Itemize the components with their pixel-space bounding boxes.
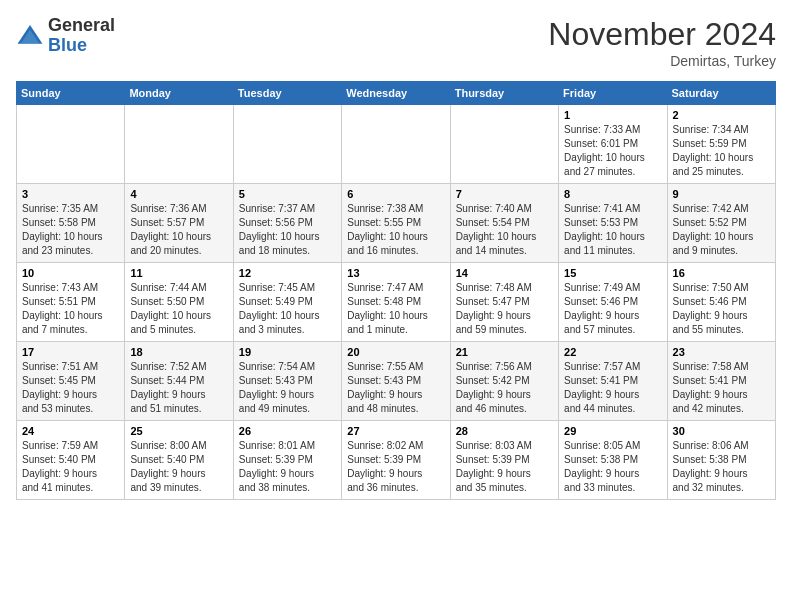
- day-number: 19: [239, 346, 336, 358]
- day-number: 16: [673, 267, 770, 279]
- calendar-cell: [233, 105, 341, 184]
- calendar-cell: 7Sunrise: 7:40 AM Sunset: 5:54 PM Daylig…: [450, 184, 558, 263]
- calendar-cell: [125, 105, 233, 184]
- calendar-cell: 23Sunrise: 7:58 AM Sunset: 5:41 PM Dayli…: [667, 342, 775, 421]
- calendar-cell: 8Sunrise: 7:41 AM Sunset: 5:53 PM Daylig…: [559, 184, 667, 263]
- day-info: Sunrise: 7:51 AM Sunset: 5:45 PM Dayligh…: [22, 360, 119, 416]
- day-info: Sunrise: 7:34 AM Sunset: 5:59 PM Dayligh…: [673, 123, 770, 179]
- day-info: Sunrise: 7:40 AM Sunset: 5:54 PM Dayligh…: [456, 202, 553, 258]
- calendar-cell: 25Sunrise: 8:00 AM Sunset: 5:40 PM Dayli…: [125, 421, 233, 500]
- day-number: 26: [239, 425, 336, 437]
- day-info: Sunrise: 7:36 AM Sunset: 5:57 PM Dayligh…: [130, 202, 227, 258]
- weekday-header-row: SundayMondayTuesdayWednesdayThursdayFrid…: [17, 82, 776, 105]
- day-number: 24: [22, 425, 119, 437]
- calendar-cell: 14Sunrise: 7:48 AM Sunset: 5:47 PM Dayli…: [450, 263, 558, 342]
- day-number: 28: [456, 425, 553, 437]
- calendar-cell: [17, 105, 125, 184]
- day-number: 10: [22, 267, 119, 279]
- logo: General Blue: [16, 16, 115, 56]
- day-info: Sunrise: 7:58 AM Sunset: 5:41 PM Dayligh…: [673, 360, 770, 416]
- day-number: 29: [564, 425, 661, 437]
- day-number: 4: [130, 188, 227, 200]
- weekday-header-wednesday: Wednesday: [342, 82, 450, 105]
- calendar-cell: [342, 105, 450, 184]
- calendar-week-4: 17Sunrise: 7:51 AM Sunset: 5:45 PM Dayli…: [17, 342, 776, 421]
- calendar-cell: 28Sunrise: 8:03 AM Sunset: 5:39 PM Dayli…: [450, 421, 558, 500]
- calendar-cell: 10Sunrise: 7:43 AM Sunset: 5:51 PM Dayli…: [17, 263, 125, 342]
- calendar-cell: 16Sunrise: 7:50 AM Sunset: 5:46 PM Dayli…: [667, 263, 775, 342]
- calendar-cell: [450, 105, 558, 184]
- weekday-header-monday: Monday: [125, 82, 233, 105]
- calendar-table: SundayMondayTuesdayWednesdayThursdayFrid…: [16, 81, 776, 500]
- calendar-week-1: 1Sunrise: 7:33 AM Sunset: 6:01 PM Daylig…: [17, 105, 776, 184]
- day-info: Sunrise: 7:38 AM Sunset: 5:55 PM Dayligh…: [347, 202, 444, 258]
- day-number: 27: [347, 425, 444, 437]
- day-info: Sunrise: 7:57 AM Sunset: 5:41 PM Dayligh…: [564, 360, 661, 416]
- calendar-cell: 29Sunrise: 8:05 AM Sunset: 5:38 PM Dayli…: [559, 421, 667, 500]
- day-number: 18: [130, 346, 227, 358]
- day-info: Sunrise: 7:56 AM Sunset: 5:42 PM Dayligh…: [456, 360, 553, 416]
- day-number: 15: [564, 267, 661, 279]
- calendar-cell: 30Sunrise: 8:06 AM Sunset: 5:38 PM Dayli…: [667, 421, 775, 500]
- calendar-cell: 22Sunrise: 7:57 AM Sunset: 5:41 PM Dayli…: [559, 342, 667, 421]
- day-number: 14: [456, 267, 553, 279]
- day-info: Sunrise: 7:48 AM Sunset: 5:47 PM Dayligh…: [456, 281, 553, 337]
- month-title: November 2024: [548, 16, 776, 53]
- calendar-week-3: 10Sunrise: 7:43 AM Sunset: 5:51 PM Dayli…: [17, 263, 776, 342]
- day-info: Sunrise: 8:05 AM Sunset: 5:38 PM Dayligh…: [564, 439, 661, 495]
- calendar-cell: 5Sunrise: 7:37 AM Sunset: 5:56 PM Daylig…: [233, 184, 341, 263]
- calendar-cell: 6Sunrise: 7:38 AM Sunset: 5:55 PM Daylig…: [342, 184, 450, 263]
- calendar-cell: 15Sunrise: 7:49 AM Sunset: 5:46 PM Dayli…: [559, 263, 667, 342]
- calendar-cell: 24Sunrise: 7:59 AM Sunset: 5:40 PM Dayli…: [17, 421, 125, 500]
- calendar-cell: 3Sunrise: 7:35 AM Sunset: 5:58 PM Daylig…: [17, 184, 125, 263]
- day-number: 6: [347, 188, 444, 200]
- day-info: Sunrise: 7:54 AM Sunset: 5:43 PM Dayligh…: [239, 360, 336, 416]
- day-info: Sunrise: 7:44 AM Sunset: 5:50 PM Dayligh…: [130, 281, 227, 337]
- calendar-cell: 26Sunrise: 8:01 AM Sunset: 5:39 PM Dayli…: [233, 421, 341, 500]
- day-info: Sunrise: 7:55 AM Sunset: 5:43 PM Dayligh…: [347, 360, 444, 416]
- day-info: Sunrise: 7:37 AM Sunset: 5:56 PM Dayligh…: [239, 202, 336, 258]
- day-info: Sunrise: 7:47 AM Sunset: 5:48 PM Dayligh…: [347, 281, 444, 337]
- weekday-header-tuesday: Tuesday: [233, 82, 341, 105]
- day-info: Sunrise: 8:00 AM Sunset: 5:40 PM Dayligh…: [130, 439, 227, 495]
- calendar-cell: 12Sunrise: 7:45 AM Sunset: 5:49 PM Dayli…: [233, 263, 341, 342]
- day-number: 22: [564, 346, 661, 358]
- day-number: 23: [673, 346, 770, 358]
- weekday-header-saturday: Saturday: [667, 82, 775, 105]
- day-number: 30: [673, 425, 770, 437]
- calendar-cell: 17Sunrise: 7:51 AM Sunset: 5:45 PM Dayli…: [17, 342, 125, 421]
- title-block: November 2024 Demirtas, Turkey: [548, 16, 776, 69]
- logo-text: General Blue: [48, 16, 115, 56]
- day-number: 13: [347, 267, 444, 279]
- weekday-header-sunday: Sunday: [17, 82, 125, 105]
- day-number: 17: [22, 346, 119, 358]
- day-number: 12: [239, 267, 336, 279]
- day-info: Sunrise: 7:41 AM Sunset: 5:53 PM Dayligh…: [564, 202, 661, 258]
- calendar-cell: 2Sunrise: 7:34 AM Sunset: 5:59 PM Daylig…: [667, 105, 775, 184]
- calendar-week-5: 24Sunrise: 7:59 AM Sunset: 5:40 PM Dayli…: [17, 421, 776, 500]
- day-number: 5: [239, 188, 336, 200]
- day-info: Sunrise: 7:45 AM Sunset: 5:49 PM Dayligh…: [239, 281, 336, 337]
- location: Demirtas, Turkey: [548, 53, 776, 69]
- calendar-cell: 9Sunrise: 7:42 AM Sunset: 5:52 PM Daylig…: [667, 184, 775, 263]
- day-number: 25: [130, 425, 227, 437]
- day-number: 11: [130, 267, 227, 279]
- day-info: Sunrise: 7:52 AM Sunset: 5:44 PM Dayligh…: [130, 360, 227, 416]
- day-info: Sunrise: 7:43 AM Sunset: 5:51 PM Dayligh…: [22, 281, 119, 337]
- day-info: Sunrise: 7:49 AM Sunset: 5:46 PM Dayligh…: [564, 281, 661, 337]
- day-number: 8: [564, 188, 661, 200]
- calendar-week-2: 3Sunrise: 7:35 AM Sunset: 5:58 PM Daylig…: [17, 184, 776, 263]
- logo-general: General: [48, 15, 115, 35]
- day-info: Sunrise: 7:50 AM Sunset: 5:46 PM Dayligh…: [673, 281, 770, 337]
- calendar-cell: 20Sunrise: 7:55 AM Sunset: 5:43 PM Dayli…: [342, 342, 450, 421]
- weekday-header-thursday: Thursday: [450, 82, 558, 105]
- day-info: Sunrise: 8:02 AM Sunset: 5:39 PM Dayligh…: [347, 439, 444, 495]
- day-info: Sunrise: 7:33 AM Sunset: 6:01 PM Dayligh…: [564, 123, 661, 179]
- page-header: General Blue November 2024 Demirtas, Tur…: [16, 16, 776, 69]
- calendar-cell: 13Sunrise: 7:47 AM Sunset: 5:48 PM Dayli…: [342, 263, 450, 342]
- day-number: 20: [347, 346, 444, 358]
- day-info: Sunrise: 7:42 AM Sunset: 5:52 PM Dayligh…: [673, 202, 770, 258]
- day-number: 9: [673, 188, 770, 200]
- logo-icon: [16, 22, 44, 50]
- day-info: Sunrise: 8:03 AM Sunset: 5:39 PM Dayligh…: [456, 439, 553, 495]
